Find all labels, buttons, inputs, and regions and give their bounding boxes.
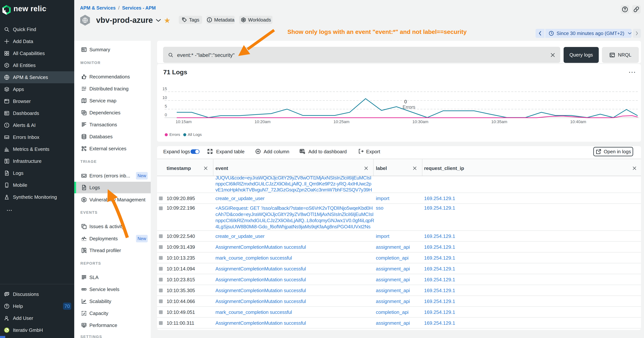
- svg-text:10:25am: 10:25am: [334, 119, 350, 124]
- svg-text:Errors: Errors: [402, 104, 415, 110]
- svg-text:10: 10: [162, 95, 167, 100]
- svg-text:5: 5: [165, 104, 167, 109]
- svg-text:0: 0: [404, 99, 407, 104]
- svg-text:10:35am: 10:35am: [491, 119, 507, 124]
- svg-text:10:40am: 10:40am: [570, 119, 586, 124]
- svg-text:10:15am: 10:15am: [176, 119, 192, 124]
- svg-text:0: 0: [165, 113, 167, 117]
- svg-text:10:30am: 10:30am: [412, 119, 428, 124]
- svg-text:10:20am: 10:20am: [254, 119, 270, 124]
- svg-text:15: 15: [162, 87, 167, 91]
